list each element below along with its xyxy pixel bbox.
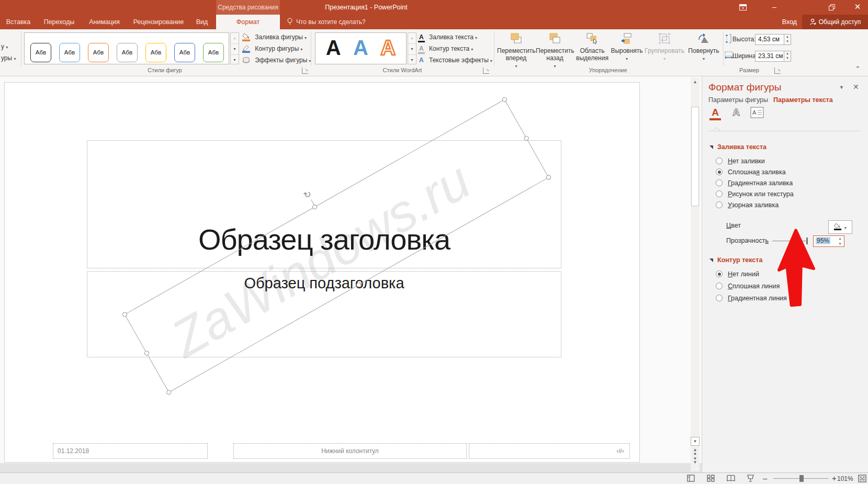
resize-handle[interactable] bbox=[166, 389, 172, 396]
minimize-button[interactable]: – bbox=[767, 0, 782, 15]
contextual-tab-header[interactable]: Средства рисования bbox=[216, 0, 280, 15]
tell-me-box[interactable]: Что вы хотите сделать? bbox=[287, 15, 366, 29]
shape-style-chip[interactable]: Абв bbox=[203, 43, 224, 62]
sign-in-button[interactable]: Вход bbox=[777, 15, 802, 29]
zoom-slider-thumb[interactable] bbox=[799, 475, 804, 482]
height-stepper[interactable]: ▲▼ bbox=[784, 34, 791, 45]
radio-circle[interactable] bbox=[716, 157, 723, 164]
pane-title: Формат фигуры bbox=[708, 82, 781, 93]
shape-fill-button[interactable]: Заливка фигуры▾ bbox=[242, 31, 307, 43]
scroll-down-icon[interactable]: ▼ bbox=[691, 437, 700, 446]
group-label-arrange: Упорядочение bbox=[548, 66, 668, 74]
textbox-pane-icon[interactable]: A bbox=[749, 107, 765, 122]
normal-view-icon[interactable] bbox=[687, 475, 695, 483]
tab-view[interactable]: Вид bbox=[189, 15, 215, 29]
slideshow-icon[interactable] bbox=[747, 475, 754, 483]
radio-circle[interactable] bbox=[716, 295, 723, 301]
radio-circle[interactable] bbox=[716, 190, 723, 197]
wordart-style-black[interactable]: A bbox=[326, 36, 341, 59]
scrollbar-thumb[interactable] bbox=[691, 107, 699, 206]
radio-circle[interactable] bbox=[716, 179, 723, 186]
radio-circle[interactable] bbox=[716, 168, 723, 175]
fit-to-window-icon[interactable] bbox=[858, 475, 866, 484]
wordart-gallery-scroll[interactable]: ▲ ▼ ▼ bbox=[408, 32, 416, 64]
date-placeholder[interactable]: 01.12.2018 bbox=[53, 443, 208, 459]
gallery-more-icon[interactable]: ▼ bbox=[231, 55, 239, 65]
radio-circle[interactable] bbox=[716, 283, 723, 289]
zoom-in-icon[interactable]: + bbox=[832, 474, 837, 482]
wordart-dialog-launcher-icon[interactable]: ↘ bbox=[483, 67, 489, 74]
restore-button[interactable] bbox=[825, 0, 839, 15]
shape-style-chip[interactable]: Абв bbox=[174, 43, 195, 62]
slide-canvas[interactable]: ZaWindows.ru Образец заголовка Образец п… bbox=[4, 82, 640, 463]
text-outline-button[interactable]: А Контур текста▾ bbox=[418, 43, 473, 54]
text-fill-button[interactable]: А Заливка текста▾ bbox=[418, 31, 477, 43]
pane-tab-text-options[interactable]: Параметры текста bbox=[773, 96, 833, 104]
radio-circle[interactable] bbox=[716, 201, 723, 208]
width-stepper[interactable]: ▲▼ bbox=[784, 51, 791, 62]
slide-scrollbar[interactable]: ▲ ▼ ▲▲ ▼▼ bbox=[691, 77, 700, 471]
tab-format-active[interactable]: Формат bbox=[216, 15, 280, 29]
width-input[interactable]: 23,31 см bbox=[755, 51, 784, 62]
rotate-button[interactable]: Повернуть▾ bbox=[686, 31, 721, 65]
collapse-triangle-icon bbox=[709, 258, 713, 262]
gallery-up-icon[interactable]: ▲ bbox=[231, 33, 239, 44]
shape-styles-dialog-launcher-icon[interactable]: ↘ bbox=[302, 67, 308, 74]
shape-style-chip[interactable]: Абв bbox=[88, 43, 109, 62]
height-label: Высота: bbox=[732, 36, 756, 43]
shape-styles-gallery-scroll[interactable]: ▲ ▼ ▼ bbox=[230, 32, 239, 64]
slide-sorter-icon[interactable] bbox=[707, 475, 715, 483]
clipped-button-2[interactable]: уры ▾ bbox=[1, 54, 16, 62]
shape-outline-button[interactable]: Контур фигуры▾ bbox=[242, 43, 302, 54]
section-text-fill[interactable]: Заливка текста bbox=[709, 143, 766, 151]
text-fill-outline-icon[interactable]: А bbox=[707, 107, 723, 122]
shape-style-chip[interactable]: Абв bbox=[145, 43, 166, 62]
size-dialog-launcher-icon[interactable]: ↘ bbox=[774, 67, 781, 74]
send-backward-button[interactable]: Переместить назад▾ bbox=[536, 31, 574, 65]
group-icon bbox=[658, 32, 671, 45]
pane-tab-shape-options[interactable]: Параметры фигуры bbox=[708, 96, 768, 104]
rotate-icon bbox=[697, 32, 711, 45]
group-label-shape-styles: Стили фигур bbox=[105, 66, 225, 74]
collapse-ribbon-icon[interactable]: ⌃ bbox=[855, 65, 861, 73]
tab-transitions[interactable]: Переходы bbox=[38, 15, 81, 29]
align-button[interactable]: Выровнять▾ bbox=[611, 31, 643, 65]
pane-options-dropdown-icon[interactable]: ▼ bbox=[839, 85, 844, 90]
gallery-up-icon[interactable]: ▲ bbox=[408, 33, 416, 44]
ribbon-display-options-icon[interactable] bbox=[736, 0, 750, 15]
tab-review[interactable]: Рецензирование bbox=[128, 15, 189, 29]
selection-pane-button[interactable]: Областьвыделения bbox=[576, 31, 609, 65]
bring-forward-button[interactable]: Переместить вперед▾ bbox=[497, 31, 535, 65]
gallery-down-icon[interactable]: ▼ bbox=[231, 44, 239, 55]
text-effects-button[interactable]: А Текстовые эффекты▾ bbox=[418, 54, 492, 66]
pane-close-icon[interactable]: ✕ bbox=[853, 83, 859, 91]
wordart-style-blue[interactable]: A bbox=[353, 36, 368, 59]
height-input[interactable]: 4,53 см bbox=[755, 34, 784, 45]
lightbulb-icon bbox=[287, 18, 293, 25]
shape-effects-button[interactable]: Эффекты фигуры▾ bbox=[242, 54, 311, 66]
share-button[interactable]: Общий доступ bbox=[802, 15, 868, 29]
slidenumber-placeholder[interactable]: ‹#› bbox=[469, 443, 630, 459]
gallery-down-icon[interactable]: ▼ bbox=[408, 44, 416, 55]
reading-view-icon[interactable] bbox=[727, 475, 735, 483]
wordart-style-orange-outline[interactable]: A bbox=[380, 36, 396, 59]
next-slide-icon[interactable]: ▼▼ bbox=[691, 457, 700, 464]
clipped-button-1[interactable]: у ▾ bbox=[1, 43, 8, 50]
footer-placeholder[interactable]: Нижний колонтитул bbox=[233, 443, 467, 459]
shape-style-chip[interactable]: Абв bbox=[117, 43, 138, 62]
tab-animations[interactable]: Анимация bbox=[83, 15, 126, 29]
shape-style-chip[interactable]: Абв bbox=[59, 43, 80, 62]
previous-slide-icon[interactable]: ▲▲ bbox=[691, 448, 700, 455]
resize-handle[interactable] bbox=[501, 96, 508, 103]
svg-text:A: A bbox=[752, 109, 757, 116]
scroll-up-icon[interactable]: ▲ bbox=[691, 78, 700, 86]
text-effects-pane-icon[interactable]: А bbox=[728, 107, 744, 122]
close-button[interactable]: ✕ bbox=[850, 0, 865, 15]
tab-insert[interactable]: Вставка bbox=[3, 15, 34, 29]
zoom-out-icon[interactable]: – bbox=[763, 474, 767, 482]
zoom-percentage[interactable]: 101% bbox=[837, 475, 853, 482]
gallery-more-icon[interactable]: ▼ bbox=[408, 55, 416, 65]
group-label-wordart: Стили WordArt bbox=[342, 66, 463, 74]
shape-style-chip[interactable]: Абв bbox=[30, 43, 51, 62]
radio-circle[interactable] bbox=[716, 271, 723, 277]
